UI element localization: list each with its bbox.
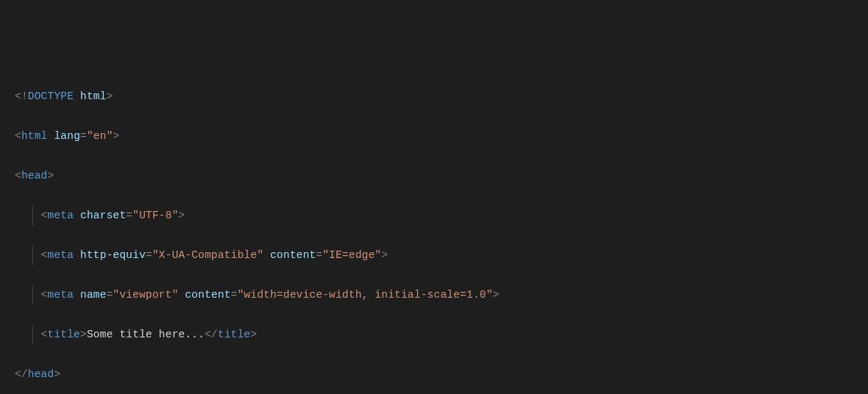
punct: > [48, 170, 54, 182]
tag-meta: meta [48, 249, 74, 261]
string: "viewport" [113, 289, 179, 301]
punct: > [382, 249, 388, 261]
doctype: DOCTYPE [28, 90, 74, 102]
punct: </ [15, 368, 28, 380]
attr-charset: charset [80, 209, 126, 221]
space [74, 209, 80, 221]
punct: < [15, 170, 21, 182]
string: "X-UA-Compatible" [152, 249, 263, 261]
punct: > [251, 329, 257, 340]
code-line[interactable]: <meta name="viewport" content="width=dev… [15, 285, 853, 305]
attr-http-equiv: http-equiv [80, 249, 146, 261]
punct: > [54, 368, 60, 380]
code-line[interactable]: <html lang="en"> [15, 126, 853, 146]
string: "width=device-width, initial-scale=1.0" [238, 289, 493, 301]
punct: < [41, 289, 48, 301]
indent-guide [32, 246, 33, 265]
punct: < [41, 209, 48, 221]
string: "en" [87, 130, 113, 142]
tag-title: title [48, 329, 81, 340]
space [74, 289, 80, 301]
attr-content: content [185, 289, 230, 301]
punct: > [179, 209, 185, 221]
punct: = [107, 289, 113, 301]
string: "UTF-8" [132, 209, 178, 221]
attr-name: name [80, 289, 107, 301]
tag-meta: meta [48, 289, 74, 301]
attr-lang: lang [54, 130, 80, 142]
tag-title: title [218, 329, 251, 340]
punct: < [41, 329, 48, 340]
punct: > [107, 90, 113, 102]
code-line[interactable]: <!DOCTYPE html> [15, 87, 853, 107]
punct: > [113, 130, 120, 142]
punct: = [126, 209, 132, 221]
tag-html: html [21, 130, 48, 142]
code-line[interactable]: <head> [15, 166, 853, 186]
indent-guide [32, 325, 33, 345]
code-line[interactable]: <title>Some title here...</title> [15, 325, 853, 345]
punct: = [80, 130, 87, 142]
tag-head: head [21, 170, 48, 182]
code-line[interactable]: </head> [15, 365, 853, 384]
punct: = [146, 249, 152, 261]
space [263, 249, 270, 261]
indent-guide [32, 285, 33, 305]
tag-head: head [28, 368, 54, 380]
punct: > [80, 329, 87, 340]
space [74, 249, 80, 261]
code-line[interactable]: <meta http-equiv="X-UA-Compatible" conte… [15, 246, 853, 265]
punct: <! [15, 90, 28, 102]
punct: > [493, 289, 499, 301]
punct: = [231, 289, 238, 301]
tag-meta: meta [48, 209, 74, 221]
punct: < [41, 249, 48, 261]
punct: < [15, 130, 21, 142]
indent-guide [32, 206, 33, 226]
title-text: Some title here... [87, 329, 204, 340]
doctype-html: html [74, 90, 107, 102]
code-line[interactable]: <meta charset="UTF-8"> [15, 206, 853, 226]
attr-content: content [270, 249, 316, 261]
string: "IE=edge" [322, 249, 381, 261]
punct: </ [204, 329, 218, 340]
